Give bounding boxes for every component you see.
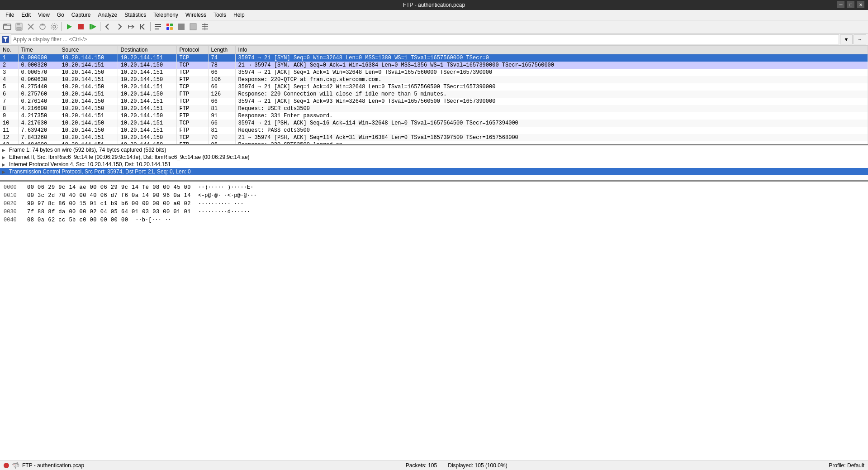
table-row[interactable]: 70.27614010.20.144.15010.20.144.151TCP66… bbox=[0, 98, 868, 105]
menu-wireless[interactable]: Wireless bbox=[182, 11, 210, 19]
col-destination[interactable]: Destination bbox=[118, 46, 176, 54]
svg-rect-0 bbox=[4, 24, 7, 25]
table-cell: 66 bbox=[208, 98, 235, 105]
table-cell: TCP bbox=[176, 120, 208, 127]
table-cell: 0.000320 bbox=[18, 62, 59, 69]
goto-button[interactable] bbox=[126, 21, 137, 32]
table-cell: 10.20.144.150 bbox=[118, 141, 176, 145]
table-row[interactable]: 84.21660010.20.144.15010.20.144.151FTP81… bbox=[0, 105, 868, 112]
detail-text: Frame 1: 74 bytes on wire (592 bits), 74… bbox=[9, 147, 166, 153]
table-cell: 81 bbox=[208, 127, 235, 134]
menu-capture[interactable]: Capture bbox=[68, 11, 95, 19]
expand-arrow-icon[interactable]: ▶ bbox=[2, 148, 7, 153]
col-length[interactable]: Length bbox=[208, 46, 235, 54]
detail-item[interactable]: ▶Ethernet II, Src: IbmRisc6_9c:14:fe (00… bbox=[0, 153, 868, 161]
save-button[interactable] bbox=[14, 21, 24, 32]
stop-capture-button[interactable] bbox=[76, 21, 86, 32]
col-source[interactable]: Source bbox=[59, 46, 118, 54]
table-row[interactable]: 94.21735010.20.144.15110.20.144.150FTP91… bbox=[0, 112, 868, 120]
menu-help[interactable]: Help bbox=[230, 11, 248, 19]
hex-ascii: ··b·[··· ·· bbox=[135, 216, 171, 224]
close-capture-button[interactable] bbox=[25, 21, 36, 32]
table-row[interactable]: 117.63942010.20.144.15010.20.144.151FTP8… bbox=[0, 127, 868, 134]
table-cell: 10.20.144.151 bbox=[59, 91, 118, 98]
table-cell: FTP bbox=[176, 91, 208, 98]
table-row[interactable]: 30.00057010.20.144.15010.20.144.151TCP66… bbox=[0, 69, 868, 76]
menu-tools[interactable]: Tools bbox=[210, 11, 230, 19]
restore-button[interactable]: □ bbox=[847, 1, 854, 8]
detail-item[interactable]: ▶Transmission Control Protocol, Src Port… bbox=[0, 168, 868, 175]
col-protocol[interactable]: Protocol bbox=[176, 46, 208, 54]
table-row[interactable]: 60.27576010.20.144.15110.20.144.150FTP12… bbox=[0, 91, 868, 98]
toolbar-separator-2 bbox=[100, 22, 100, 31]
scroll-live-button[interactable] bbox=[152, 21, 163, 32]
detail-text: Transmission Control Protocol, Src Port:… bbox=[9, 168, 191, 175]
window-title: FTP - authentication.pcap bbox=[403, 2, 465, 8]
menu-file[interactable]: File bbox=[2, 11, 18, 19]
svg-rect-24 bbox=[190, 24, 196, 30]
open-button[interactable] bbox=[2, 21, 13, 32]
title-bar-controls: ─ □ ✕ bbox=[837, 1, 864, 8]
menu-analyze[interactable]: Analyze bbox=[95, 11, 121, 19]
resize-columns-button[interactable] bbox=[199, 21, 210, 32]
reload-button[interactable] bbox=[37, 21, 48, 32]
table-cell: 12 bbox=[0, 134, 18, 141]
zoom-out-button[interactable] bbox=[188, 21, 199, 32]
menu-edit[interactable]: Edit bbox=[18, 11, 34, 19]
status-displayed: Displayed: 105 (100.0%) bbox=[448, 462, 507, 469]
expand-arrow-icon[interactable]: ▶ bbox=[2, 169, 7, 174]
table-cell: 21 → 35974 [PSH, ACK] Seq=114 Ack=31 Win… bbox=[235, 134, 868, 141]
start-capture-button[interactable] bbox=[64, 21, 75, 32]
filter-apply-button[interactable]: → bbox=[854, 34, 866, 44]
table-cell: FTP bbox=[176, 105, 208, 112]
svg-rect-20 bbox=[170, 24, 173, 26]
table-cell: 0.275440 bbox=[18, 83, 59, 91]
col-time[interactable]: Time bbox=[18, 46, 59, 54]
table-cell: 35974 → 21 [ACK] Seq=1 Ack=42 Win=32648 … bbox=[235, 83, 868, 91]
table-cell: 81 bbox=[208, 105, 235, 112]
table-row[interactable]: 10.00000010.20.144.15010.20.144.151TCP74… bbox=[0, 54, 868, 62]
expand-arrow-icon[interactable]: ▶ bbox=[2, 162, 7, 167]
menu-bar: File Edit View Go Capture Analyze Statis… bbox=[0, 10, 868, 20]
table-cell: FTP bbox=[176, 112, 208, 120]
col-no[interactable]: No. bbox=[0, 46, 18, 54]
table-cell: TCP bbox=[176, 134, 208, 141]
detail-text: Internet Protocol Version 4, Src: 10.20.… bbox=[9, 161, 171, 168]
menu-view[interactable]: View bbox=[34, 11, 53, 19]
forward-button[interactable] bbox=[114, 21, 125, 32]
minimize-button[interactable]: ─ bbox=[837, 1, 844, 8]
status-filename: FTP - authentication.pcap bbox=[22, 462, 84, 469]
table-cell: 10.20.144.151 bbox=[59, 134, 118, 141]
menu-statistics[interactable]: Statistics bbox=[121, 11, 150, 19]
restart-button[interactable] bbox=[87, 21, 98, 32]
svg-rect-14 bbox=[90, 24, 91, 29]
table-cell: 35974 → 21 [PSH, ACK] Seq=16 Ack=114 Win… bbox=[235, 120, 868, 127]
back-button[interactable] bbox=[102, 21, 113, 32]
table-cell: 10.20.144.150 bbox=[59, 105, 118, 112]
table-row[interactable]: 127.84326010.20.144.15110.20.144.150TCP7… bbox=[0, 134, 868, 141]
col-info[interactable]: Info bbox=[235, 46, 868, 54]
table-cell: 4.217350 bbox=[18, 112, 59, 120]
table-row[interactable]: 20.00032010.20.144.15110.20.144.150TCP78… bbox=[0, 62, 868, 69]
filter-input[interactable] bbox=[11, 34, 839, 44]
svg-rect-12 bbox=[78, 24, 84, 29]
table-row[interactable]: 104.21763010.20.144.15010.20.144.151TCP6… bbox=[0, 120, 868, 127]
detail-item[interactable]: ▶Internet Protocol Version 4, Src: 10.20… bbox=[0, 161, 868, 168]
hex-bytes: 08 0a 62 cc 5b c0 00 00 00 00 bbox=[27, 216, 128, 224]
table-row[interactable]: 50.27544010.20.144.15010.20.144.151TCP66… bbox=[0, 83, 868, 91]
expand-arrow-icon[interactable]: ▶ bbox=[2, 155, 7, 160]
colorize-button[interactable] bbox=[164, 21, 175, 32]
capture-options-button[interactable] bbox=[49, 21, 60, 32]
close-button[interactable]: ✕ bbox=[857, 1, 864, 8]
menu-go[interactable]: Go bbox=[53, 11, 68, 19]
table-row[interactable]: 40.06063010.20.144.15110.20.144.150FTP10… bbox=[0, 76, 868, 83]
menu-telephony[interactable]: Telephony bbox=[150, 11, 182, 19]
table-cell: 106 bbox=[208, 76, 235, 83]
zoom-in-button[interactable] bbox=[176, 21, 187, 32]
table-row[interactable]: 138.18400010.20.144.15110.20.144.150FTP9… bbox=[0, 141, 868, 145]
detail-item[interactable]: ▶Frame 1: 74 bytes on wire (592 bits), 7… bbox=[0, 146, 868, 153]
filter-dropdown-button[interactable]: ▼ bbox=[840, 34, 853, 44]
hex-ascii: ·········d······ bbox=[198, 208, 250, 216]
prev-packet-button[interactable] bbox=[138, 21, 148, 32]
table-cell: 9 bbox=[0, 112, 18, 120]
